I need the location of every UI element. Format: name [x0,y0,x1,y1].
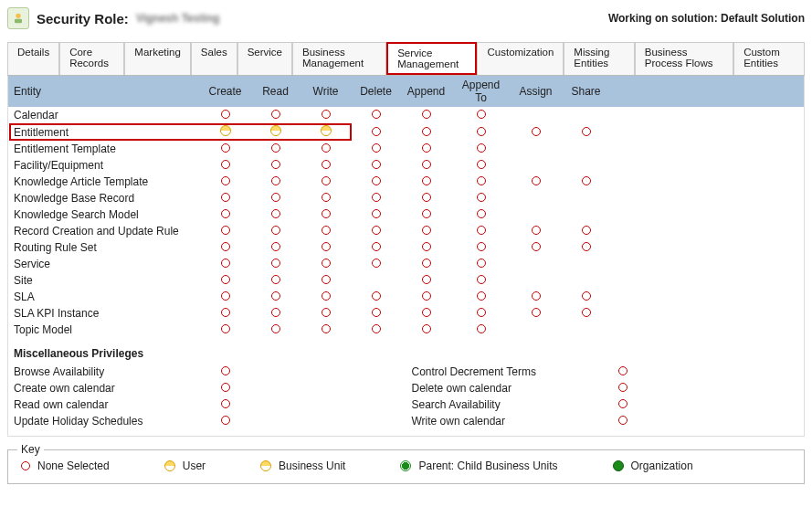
perm-none-icon[interactable] [477,242,486,251]
perm-cell[interactable] [351,289,401,305]
misc-perm-cell[interactable] [598,364,649,380]
misc-perm-cell[interactable] [200,396,250,413]
misc-perm-cell[interactable] [200,413,250,429]
perm-none-icon[interactable] [422,324,431,333]
misc-perm-cell[interactable] [598,380,649,396]
perm-cell[interactable] [451,223,511,239]
perm-none-icon[interactable] [582,242,591,251]
perm-none-icon[interactable] [221,143,230,153]
perm-none-icon[interactable] [477,291,486,301]
perm-cell[interactable] [250,305,301,322]
perm-none-icon[interactable] [271,226,280,235]
perm-none-icon[interactable] [322,176,331,185]
perm-cell[interactable] [351,223,401,239]
perm-cell[interactable] [451,107,511,123]
perm-cell[interactable] [451,174,511,190]
perm-none-icon[interactable] [422,160,431,169]
perm-cell[interactable] [561,174,611,190]
perm-cell[interactable] [301,107,351,123]
perm-cell[interactable] [301,190,351,206]
perm-none-icon[interactable] [422,127,431,136]
perm-none-icon[interactable] [221,308,230,317]
perm-cell[interactable] [451,157,511,174]
perm-none-icon[interactable] [422,291,431,301]
perm-cell[interactable] [200,272,250,289]
perm-none-icon[interactable] [322,291,331,301]
perm-cell[interactable] [401,157,451,174]
perm-cell[interactable] [250,239,301,256]
perm-cell[interactable] [250,223,301,239]
perm-cell[interactable] [451,141,511,157]
perm-none-icon[interactable] [221,324,230,333]
perm-cell[interactable] [200,223,250,239]
perm-cell[interactable] [451,206,511,223]
misc-perm-cell[interactable] [200,364,250,380]
perm-cell[interactable] [561,305,611,322]
perm-none-icon[interactable] [532,291,541,301]
perm-none-icon[interactable] [271,324,280,333]
perm-none-icon[interactable] [271,110,280,119]
perm-cell[interactable] [250,206,301,223]
perm-cell[interactable] [301,174,351,190]
perm-none-icon[interactable] [271,275,280,284]
perm-none-icon[interactable] [221,176,230,185]
perm-none-icon[interactable] [422,275,431,284]
perm-cell[interactable] [401,289,451,305]
perm-none-icon[interactable] [221,193,230,202]
tab-business-process-flows[interactable]: Business Process Flows [635,42,733,75]
perm-cell[interactable] [511,289,561,305]
perm-cell[interactable] [301,289,351,305]
perm-none-icon[interactable] [221,366,230,375]
perm-cell[interactable] [561,289,611,305]
perm-cell[interactable] [351,322,401,338]
perm-none-icon[interactable] [532,242,541,251]
perm-none-icon[interactable] [582,226,591,235]
perm-none-icon[interactable] [582,127,591,136]
perm-none-icon[interactable] [477,259,486,268]
perm-none-icon[interactable] [372,160,381,169]
perm-cell[interactable] [301,157,351,174]
perm-none-icon[interactable] [372,209,381,218]
perm-none-icon[interactable] [422,193,431,202]
perm-cell[interactable] [250,190,301,206]
perm-none-icon[interactable] [221,242,230,251]
perm-cell[interactable] [351,107,401,123]
perm-none-icon[interactable] [477,160,486,169]
perm-none-icon[interactable] [322,209,331,218]
perm-none-icon[interactable] [372,324,381,333]
perm-none-icon[interactable] [372,226,381,235]
perm-cell[interactable] [451,305,511,322]
perm-none-icon[interactable] [322,275,331,284]
perm-cell[interactable] [561,123,611,141]
perm-cell[interactable] [200,256,250,272]
perm-cell[interactable] [250,141,301,157]
perm-none-icon[interactable] [322,143,331,153]
perm-business-unit-icon[interactable] [321,125,332,136]
perm-cell[interactable] [250,256,301,272]
perm-none-icon[interactable] [477,127,486,136]
perm-none-icon[interactable] [221,399,230,408]
perm-none-icon[interactable] [322,193,331,202]
perm-cell[interactable] [511,174,561,190]
perm-cell[interactable] [401,223,451,239]
perm-cell[interactable] [301,206,351,223]
perm-none-icon[interactable] [582,291,591,301]
perm-none-icon[interactable] [477,275,486,284]
perm-cell[interactable] [250,272,301,289]
perm-none-icon[interactable] [422,259,431,268]
misc-perm-cell[interactable] [598,413,649,429]
misc-perm-cell[interactable] [598,396,649,413]
perm-business-unit-icon[interactable] [270,125,281,136]
perm-cell[interactable] [401,272,451,289]
perm-cell[interactable] [401,107,451,123]
perm-none-icon[interactable] [221,259,230,268]
perm-cell[interactable] [451,256,511,272]
perm-none-icon[interactable] [322,160,331,169]
perm-cell[interactable] [561,223,611,239]
perm-none-icon[interactable] [271,160,280,169]
perm-none-icon[interactable] [221,110,230,119]
perm-cell[interactable] [301,305,351,322]
tab-custom-entities[interactable]: Custom Entities [733,42,805,75]
tab-business-management[interactable]: Business Management [292,42,386,75]
perm-cell[interactable] [451,123,511,141]
